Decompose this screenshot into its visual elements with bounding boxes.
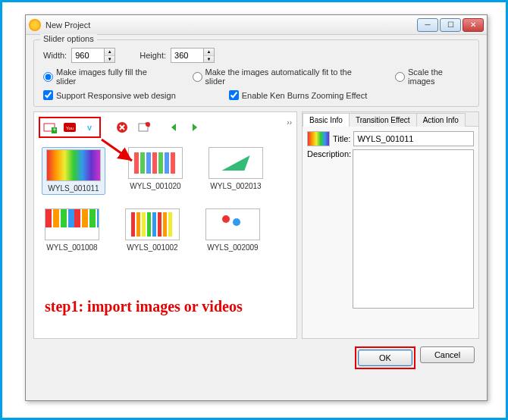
- move-right-button[interactable]: [186, 119, 204, 136]
- clear-button[interactable]: [134, 119, 152, 136]
- title-input[interactable]: [353, 131, 474, 146]
- svg-text:You: You: [66, 126, 74, 130]
- delete-button[interactable]: [113, 119, 131, 136]
- description-textarea[interactable]: [353, 149, 474, 309]
- slider-options-legend: Slider options: [40, 34, 97, 43]
- add-vimeo-button[interactable]: V: [80, 119, 99, 136]
- tab-action-info[interactable]: Action Info: [416, 113, 466, 127]
- titlebar[interactable]: New Project ─ ☐ ✕: [26, 15, 487, 35]
- thumb-item[interactable]: WYLS_001011: [42, 147, 105, 195]
- move-left-button[interactable]: [165, 119, 183, 136]
- title-label: Title:: [333, 134, 350, 143]
- minimize-button[interactable]: ─: [417, 18, 438, 32]
- window-title: New Project: [45, 20, 417, 30]
- maximize-button[interactable]: ☐: [440, 18, 461, 32]
- import-buttons-highlight: + You V: [39, 117, 101, 138]
- check-kenburns[interactable]: Enable Ken Burns Zooming Effect: [229, 90, 368, 100]
- info-pane: Basic Info Transition Effect Action Info…: [302, 111, 479, 339]
- add-youtube-button[interactable]: You: [61, 119, 79, 136]
- expand-handle[interactable]: ››: [287, 118, 292, 127]
- width-spinner[interactable]: ▲▼: [105, 48, 115, 63]
- cancel-button[interactable]: Cancel: [420, 346, 475, 363]
- slider-options-group: Slider options Width: ▲▼ Height: ▲▼ Ma: [33, 39, 479, 107]
- tab-transition-effect[interactable]: Transition Effect: [349, 113, 417, 127]
- radio-fill[interactable]: Make images fully fill the slider: [43, 67, 165, 86]
- thumb-item[interactable]: WYLS_001020: [125, 147, 186, 195]
- radio-scale[interactable]: Scale the images: [395, 67, 469, 86]
- new-project-dialog: New Project ─ ☐ ✕ Slider options Width: …: [25, 14, 488, 401]
- tab-basic-info[interactable]: Basic Info: [303, 113, 350, 127]
- close-button[interactable]: ✕: [463, 18, 484, 32]
- radio-auto[interactable]: Make the images automatically fit to the…: [193, 67, 368, 86]
- svg-text:V: V: [87, 124, 92, 132]
- height-input[interactable]: [171, 48, 204, 63]
- width-input[interactable]: [71, 48, 105, 63]
- selected-thumb-preview: [307, 131, 330, 146]
- thumb-item[interactable]: WYLS_002009: [202, 208, 263, 252]
- width-label: Width:: [43, 51, 67, 60]
- svg-point-8: [146, 122, 150, 127]
- svg-text:+: +: [52, 126, 56, 133]
- thumb-item[interactable]: WYLS_002013: [205, 147, 266, 195]
- thumb-item[interactable]: WYLS_001002: [122, 208, 183, 252]
- ok-highlight: OK: [355, 346, 415, 369]
- description-label: Description:: [307, 149, 350, 309]
- height-spinner[interactable]: ▲▼: [204, 48, 215, 63]
- check-responsive[interactable]: Support Responsive web design: [43, 90, 176, 100]
- thumb-item[interactable]: WYLS_001008: [42, 208, 102, 252]
- annotation-step1: step1: import images or videos: [45, 298, 243, 315]
- image-list-pane: + You V: [33, 111, 297, 339]
- add-image-button[interactable]: +: [41, 119, 59, 136]
- app-icon: [29, 19, 41, 31]
- ok-button[interactable]: OK: [358, 349, 412, 366]
- height-label: Height:: [140, 51, 166, 60]
